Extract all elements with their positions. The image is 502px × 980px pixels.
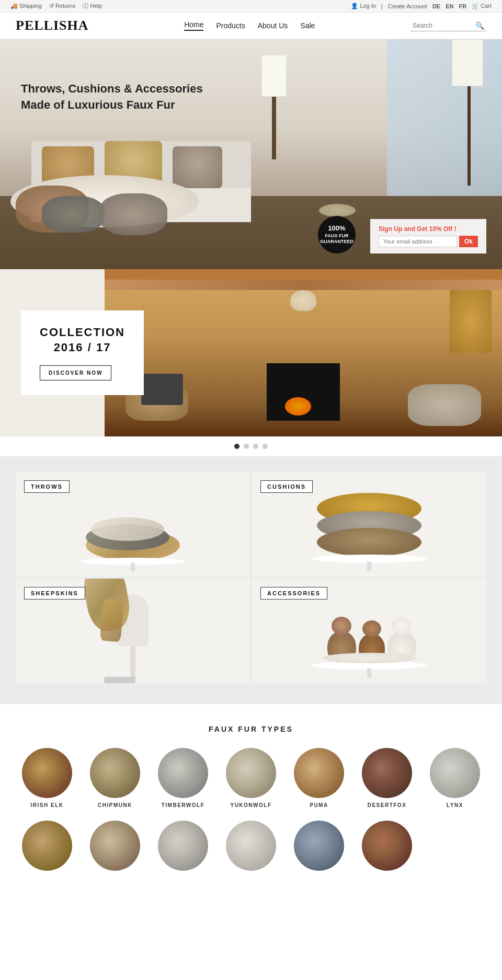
fur-item-yukonwolf[interactable]: YUKONWOLF [222, 748, 280, 808]
category-accessories[interactable]: ACCESSORIES [252, 579, 486, 683]
nav-home[interactable]: Home [184, 20, 203, 31]
fur-circle-r2-2 [90, 821, 140, 871]
fur-item-r2-1[interactable] [18, 821, 76, 871]
search-icon[interactable]: 🔍 [475, 21, 484, 30]
header: PELLISHA Home Products About Us Sale 🔍 [0, 13, 502, 39]
fur-item-chipmunk[interactable]: CHIPMUNK [86, 748, 144, 808]
cart-icon: 🛒 [472, 3, 479, 9]
discover-button[interactable]: DISCOVER NOW [40, 365, 111, 381]
login-link[interactable]: 👤 Log In [351, 3, 376, 9]
collection-line1: COLLECTION [40, 326, 125, 339]
fur-texture [158, 748, 208, 798]
fur-item-irish-elk[interactable]: IRISH ELK [18, 748, 76, 808]
fur-circle-r2-1 [22, 821, 72, 871]
hero-banner: Throws, Cushions & Accessories Made of L… [0, 39, 502, 269]
accessories-label: ACCESSORIES [260, 587, 327, 599]
login-label: Log In [360, 3, 376, 9]
fur-item-r2-5[interactable] [290, 821, 348, 871]
fur-circle-r2-3 [158, 821, 208, 871]
collection-title: COLLECTION 2016 / 17 [40, 325, 125, 355]
help-label: Help [90, 3, 102, 9]
shipping-link[interactable]: 🚚 Shipping [10, 3, 42, 9]
fur-texture [294, 748, 344, 798]
category-throws[interactable]: THROWS [16, 472, 250, 577]
collection-text-box: COLLECTION 2016 / 17 DISCOVER NOW [21, 310, 144, 395]
carousel-dot-1[interactable] [234, 444, 239, 449]
signup-prefix: Sign Up and Get [379, 225, 427, 233]
hero-content: Throws, Cushions & Accessories Made of L… [21, 81, 203, 113]
lang-fr[interactable]: FR [459, 3, 466, 9]
collection-section: COLLECTION 2016 / 17 DISCOVER NOW [0, 269, 502, 436]
top-bar: 🚚 Shipping ↺ Returns ⓘ Help 👤 Log In | C… [0, 0, 502, 13]
fur-texture [90, 748, 140, 798]
fur-texture [362, 821, 412, 871]
category-cushions[interactable]: CUSHIONS [252, 472, 486, 577]
fur-circles-row-1: IRISH ELK CHIPMUNK TIMBERWOLF YUKONWOLF … [16, 748, 486, 808]
fur-texture [226, 748, 276, 798]
category-sheepskins[interactable]: SHEEPSKINS [16, 579, 250, 683]
nav-about[interactable]: About Us [258, 21, 288, 30]
carousel-dot-3[interactable] [253, 444, 258, 449]
fur-item-r2-2[interactable] [86, 821, 144, 871]
email-input[interactable] [379, 236, 457, 247]
fur-circle-r2-6 [362, 821, 412, 871]
search-box[interactable]: 🔍 [410, 20, 486, 31]
fur-label-yukonwolf: YUKONWOLF [230, 802, 271, 808]
fur-item-timberwolf[interactable]: TIMBERWOLF [154, 748, 212, 808]
search-input[interactable] [413, 22, 475, 29]
top-bar-left: 🚚 Shipping ↺ Returns ⓘ Help [10, 2, 102, 10]
returns-link[interactable]: ↺ Returns [49, 3, 76, 9]
fur-item-lynx[interactable]: LYNX [426, 748, 484, 808]
returns-label: Returns [55, 3, 76, 9]
lang-de[interactable]: DE [432, 3, 440, 9]
fur-item-puma[interactable]: PUMA [290, 748, 348, 808]
collection-image [105, 269, 502, 436]
fur-circle-timberwolf [158, 748, 208, 798]
hero-line2: Made of Luxurious Faux Fur [21, 98, 175, 111]
ok-button[interactable]: Ok [459, 236, 478, 247]
user-icon: 👤 [351, 3, 358, 9]
fur-label-desertfox: DESERTFOX [368, 802, 407, 808]
carousel-dots [0, 436, 502, 456]
fur-circle-irish-elk [22, 748, 72, 798]
hero-headline: Throws, Cushions & Accessories Made of L… [21, 81, 203, 113]
fur-circle-r2-5 [294, 821, 344, 871]
fur-texture [158, 821, 208, 871]
fur-texture [22, 748, 72, 798]
fur-label-puma: PUMA [310, 802, 328, 808]
categories-grid: THROWS CUSHIONS [16, 472, 486, 683]
main-nav: Home Products About Us Sale [184, 20, 315, 31]
guarantee-line3: GUARANTEED [320, 239, 353, 245]
top-bar-right: 👤 Log In | Create Account DE EN FR 🛒 Car… [351, 3, 492, 9]
discount-text: 10% Off [429, 225, 453, 233]
returns-icon: ↺ [49, 3, 54, 9]
fur-types-title: FAUX FUR TYPES [16, 725, 486, 733]
signup-exclaim: ! [454, 225, 457, 233]
fur-texture [22, 821, 72, 871]
carousel-dot-4[interactable] [263, 444, 268, 449]
throws-label: THROWS [24, 480, 70, 493]
fur-item-desertfox[interactable]: DESERTFOX [358, 748, 416, 808]
cushions-label: CUSHIONS [260, 480, 313, 493]
create-account-label: Create Account [388, 3, 427, 9]
fur-item-r2-4[interactable] [222, 821, 280, 871]
lang-en[interactable]: EN [446, 3, 453, 9]
nav-products[interactable]: Products [216, 21, 245, 30]
cart-link[interactable]: 🛒 Cart [472, 3, 492, 9]
carousel-dot-2[interactable] [244, 444, 249, 449]
fur-label-lynx: LYNX [447, 802, 463, 808]
help-link[interactable]: ⓘ Help [83, 2, 102, 10]
nav-sale[interactable]: Sale [300, 21, 315, 30]
categories-section: THROWS CUSHIONS [0, 456, 502, 704]
create-account-link[interactable]: Create Account [388, 3, 427, 9]
fur-item-r2-6[interactable] [358, 821, 416, 871]
fur-texture [90, 821, 140, 871]
guarantee-line1: 100% [328, 224, 345, 233]
signup-text: Sign Up and Get 10% Off ! [379, 225, 478, 233]
fur-circle-r2-4 [226, 821, 276, 871]
fur-label-timberwolf: TIMBERWOLF [162, 802, 205, 808]
fur-circle-chipmunk [90, 748, 140, 798]
fur-circle-desertfox [362, 748, 412, 798]
sheepskins-label: SHEEPSKINS [24, 587, 85, 599]
fur-item-r2-3[interactable] [154, 821, 212, 871]
